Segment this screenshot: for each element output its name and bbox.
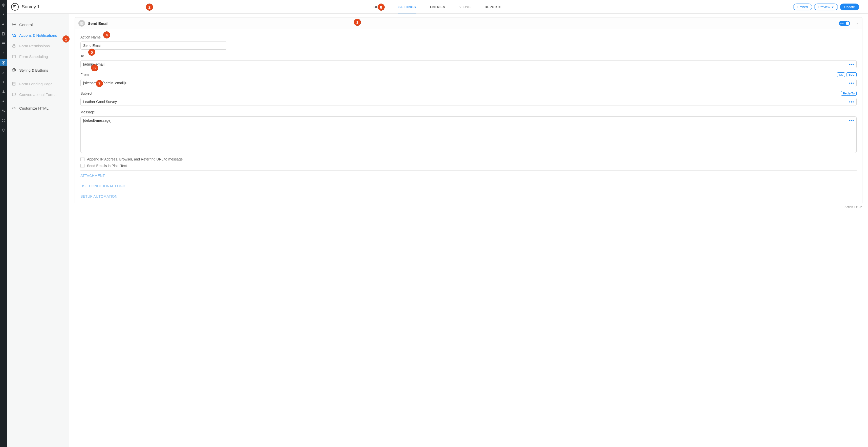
chevron-down-icon — [832, 7, 834, 8]
svg-rect-4 — [3, 62, 4, 63]
section-conditional-logic[interactable]: USE CONDITIONAL LOGIC — [81, 181, 857, 191]
action-name-input[interactable] — [81, 41, 227, 50]
cc-button[interactable]: CC — [837, 72, 845, 77]
check-label: Send Emails in Plain Text — [87, 164, 127, 168]
top-actions: Embed Preview Update — [793, 2, 865, 12]
nav-pin2-icon[interactable] — [0, 50, 7, 57]
svg-rect-22 — [80, 22, 83, 24]
sidebar-item-conversational[interactable]: Conversational Forms — [10, 89, 66, 100]
message-textarea[interactable] — [81, 116, 857, 153]
action-toggle[interactable]: ON — [839, 21, 850, 26]
check-append-ip[interactable]: Append IP Address, Browser, and Referrin… — [81, 157, 857, 161]
shortcode-picker-icon[interactable]: ••• — [849, 118, 854, 123]
shortcode-picker-icon[interactable]: ••• — [849, 62, 854, 67]
svg-rect-6 — [2, 110, 3, 111]
preview-button[interactable]: Preview — [814, 4, 838, 10]
nav-comments-icon[interactable] — [0, 40, 7, 47]
field-from: From CC BCC ••• — [81, 72, 857, 87]
tab-reports[interactable]: REPORTS — [485, 0, 501, 13]
svg-point-5 — [3, 90, 4, 92]
field-subject: Subject Reply To ••• — [81, 91, 857, 106]
nav-settings-icon[interactable] — [0, 107, 7, 114]
nav-tools-icon[interactable] — [0, 98, 7, 105]
nav-plugins-icon[interactable] — [0, 79, 7, 86]
sidebar-item-styling[interactable]: Styling & Buttons — [10, 65, 66, 76]
from-input[interactable] — [81, 79, 857, 87]
check-label: Append IP Address, Browser, and Referrin… — [87, 157, 183, 161]
subject-label: Subject — [81, 91, 92, 95]
tab-entries[interactable]: ENTRIES — [430, 0, 445, 13]
calendar-icon — [12, 54, 16, 59]
wp-admin-mini-nav: D — [0, 0, 7, 447]
palette-icon — [12, 68, 16, 72]
svg-point-18 — [13, 69, 13, 70]
chat-icon — [12, 92, 16, 97]
sidebar-item-label: Customize HTML — [19, 106, 49, 110]
section-attachment[interactable]: ATTACHMENT — [81, 170, 857, 181]
update-button[interactable]: Update — [840, 4, 859, 10]
action-name-label: Action Name — [81, 35, 101, 39]
shortcode-picker-icon[interactable]: ••• — [849, 81, 854, 86]
svg-rect-12 — [13, 7, 15, 7]
field-action-name: Action Name — [81, 34, 857, 50]
toggle-label: ON — [840, 22, 844, 25]
annotation-badge-2: 2 — [146, 4, 153, 11]
annotation-badge-8: 8 — [378, 4, 385, 11]
checkbox[interactable] — [81, 164, 85, 168]
bcc-button[interactable]: BCC — [846, 72, 857, 77]
field-to: To ••• — [81, 53, 857, 68]
nav-pin-icon[interactable] — [0, 11, 7, 18]
tab-settings[interactable]: SETTINGS — [398, 0, 416, 13]
content-area: Send Email ON Action Name To — [69, 14, 868, 447]
annotation-badge-5: 5 — [88, 49, 95, 56]
nav-users-icon[interactable] — [0, 88, 7, 95]
nav-pages-icon[interactable] — [0, 30, 7, 37]
panel-header[interactable]: Send Email ON — [75, 18, 862, 29]
svg-text:D: D — [3, 120, 4, 121]
sidebar-item-label: General — [19, 23, 33, 27]
chevron-down-icon[interactable] — [856, 22, 859, 25]
panel-title: Send Email — [88, 21, 108, 26]
svg-rect-2 — [2, 42, 5, 44]
message-label: Message — [81, 110, 95, 114]
annotation-badge-6: 6 — [91, 64, 98, 71]
sidebar-item-general[interactable]: General — [10, 19, 66, 30]
sidebar-item-actions[interactable]: Actions & Notifications — [10, 30, 66, 40]
nav-dashboard-icon[interactable] — [0, 2, 7, 9]
shortcode-picker-icon[interactable]: ••• — [849, 100, 854, 104]
nav-appearance-icon[interactable] — [0, 69, 7, 76]
embed-button[interactable]: Embed — [793, 4, 812, 10]
sidebar-item-label: Actions & Notifications — [19, 33, 57, 37]
sidebar-item-label: Conversational Forms — [19, 92, 56, 97]
send-email-panel: Send Email ON Action Name To — [74, 17, 862, 204]
nav-circle-d-icon[interactable]: D — [0, 117, 7, 124]
nav-media-icon[interactable] — [0, 21, 7, 28]
sidebar-item-scheduling[interactable]: Form Scheduling — [10, 51, 66, 62]
section-automation[interactable]: SETUP AUTOMATION — [81, 191, 857, 202]
nav-forms-icon[interactable] — [0, 59, 7, 66]
subject-input[interactable] — [81, 98, 857, 106]
mail-stack-icon — [12, 33, 16, 37]
sidebar-item-landing[interactable]: Form Landing Page — [10, 79, 66, 89]
tab-views[interactable]: VIEWS — [459, 0, 470, 13]
field-message: Message ••• — [81, 109, 857, 154]
sidebar-item-label: Form Landing Page — [19, 82, 53, 86]
sidebar-item-label: Styling & Buttons — [19, 68, 48, 72]
nav-collapse-icon[interactable] — [0, 126, 7, 133]
action-id-label: Action ID: 22 — [74, 204, 862, 211]
checkbox[interactable] — [81, 157, 85, 161]
divider — [864, 2, 864, 12]
annotation-badge-7: 7 — [96, 80, 103, 87]
to-input[interactable] — [81, 60, 857, 68]
annotation-badge-4: 4 — [103, 31, 110, 38]
settings-sidebar: General Actions & Notifications Form Per… — [7, 14, 69, 447]
lock-icon — [12, 43, 16, 48]
brand-logo-icon — [11, 3, 19, 11]
replyto-button[interactable]: Reply To — [841, 91, 857, 96]
sidebar-item-label: Form Scheduling — [19, 54, 48, 59]
annotation-badge-3: 3 — [354, 19, 361, 26]
sidebar-item-html[interactable]: Customize HTML — [10, 103, 66, 113]
check-plain-text[interactable]: Send Emails in Plain Text — [81, 164, 857, 168]
to-label: To — [81, 54, 84, 58]
sidebar-item-permissions[interactable]: Form Permissions — [10, 40, 66, 51]
